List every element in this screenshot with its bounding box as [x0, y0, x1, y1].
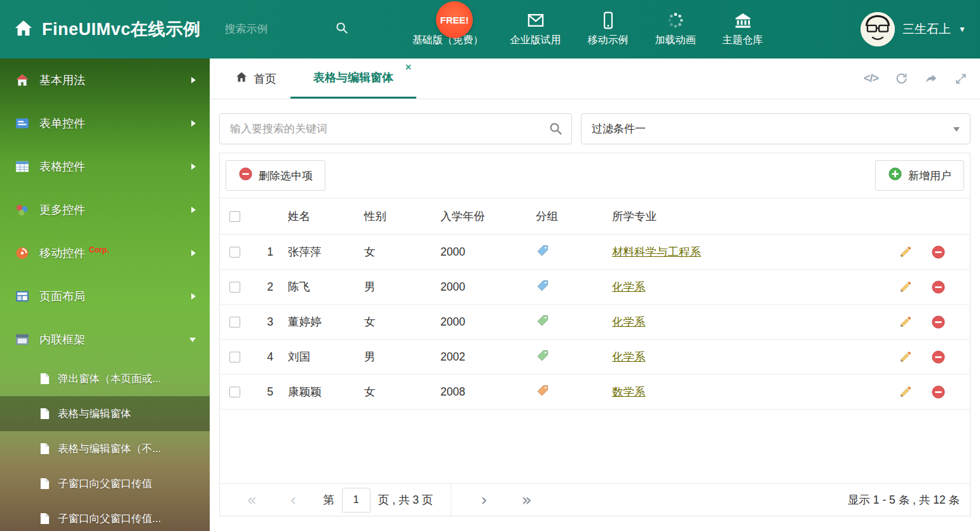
edit-icon[interactable]	[899, 315, 913, 329]
tag-icon	[536, 279, 550, 293]
sidebar-subitem-label: 表格与编辑窗体	[58, 407, 132, 421]
sidebar-subitem-child-to-parent[interactable]: 子窗口向父窗口传值	[0, 466, 210, 501]
pagination-bar: « ‹ 第 页 , 共 3 页 › » 显示 1 - 5 条 , 共 12 条	[220, 483, 970, 516]
column-header-group: 分组	[526, 198, 602, 235]
major-link[interactable]: 数学系	[612, 385, 646, 398]
sidebar-subitem-popup-window[interactable]: 弹出窗体（本页面或...	[0, 361, 210, 396]
tab-home-label: 首页	[254, 71, 276, 86]
share-icon[interactable]	[925, 72, 938, 85]
table-row[interactable]: 4 刘国 男 2002 化学系	[220, 340, 970, 375]
edit-icon[interactable]	[899, 385, 913, 399]
next-page-icon[interactable]: ›	[480, 492, 487, 508]
refresh-icon[interactable]	[895, 72, 908, 85]
page-number-group: 第 页 , 共 3 页	[323, 484, 451, 516]
sidebar-subitem-label: 弹出窗体（本页面或...	[58, 372, 161, 386]
cell-gender: 男	[355, 270, 431, 305]
last-page-icon[interactable]: »	[522, 492, 532, 508]
keyword-search-input[interactable]	[219, 113, 572, 144]
nav-item-label: 移动示例	[588, 34, 629, 47]
table-row[interactable]: 3 董婷婷 女 2000 化学系	[220, 305, 970, 340]
nav-item-mobile-demo[interactable]: 移动示例	[588, 11, 629, 47]
delete-icon[interactable]	[931, 280, 946, 294]
edit-icon[interactable]	[899, 350, 913, 364]
sidebar-subitem-label: 子窗口向父窗口传值	[58, 477, 153, 491]
prev-page-icon[interactable]: ‹	[290, 492, 296, 508]
major-link[interactable]: 化学系	[612, 350, 646, 363]
grid-toolbar: 删除选中项 新增用户	[220, 153, 970, 198]
corp-badge: Corp.	[89, 245, 109, 254]
table-row[interactable]: 5 康颖颖 女 2008 数学系	[220, 375, 970, 410]
tab-home[interactable]: 首页	[221, 59, 290, 99]
sidebar-subitem-label: 子窗口向父窗口传值...	[58, 512, 161, 526]
sidebar-item-form-controls[interactable]: 表单控件	[0, 102, 210, 145]
page-number-input[interactable]	[342, 488, 371, 513]
brand[interactable]: FineUIMvc在线示例	[14, 18, 201, 41]
spinner-icon	[667, 11, 684, 29]
search-icon[interactable]	[335, 21, 349, 38]
table-row[interactable]: 1 张萍萍 女 2000 材料科学与工程系	[220, 235, 970, 270]
sidebar-item-page-layout[interactable]: 页面布局	[0, 275, 210, 318]
sidebar-subitem-grid-edit-window-alt[interactable]: 表格与编辑窗体（不...	[0, 431, 210, 466]
delete-icon[interactable]	[931, 350, 946, 364]
column-header-year: 入学年份	[431, 198, 526, 235]
sidebar: 基本用法 表单控件 表格控件 更多控件	[0, 59, 210, 531]
sidebar-item-more-controls[interactable]: 更多控件	[0, 188, 210, 231]
row-checkbox[interactable]	[229, 352, 240, 362]
source-code-icon[interactable]: </>	[864, 72, 878, 85]
minus-circle-icon	[238, 167, 253, 184]
sidebar-subitem-grid-edit-window[interactable]: 表格与编辑窗体	[0, 396, 210, 431]
row-checkbox[interactable]	[229, 282, 240, 293]
free-badge[interactable]: FREE!	[436, 1, 473, 38]
cell-name: 康颖颖	[278, 375, 355, 410]
edit-icon[interactable]	[899, 280, 913, 294]
file-icon	[39, 513, 50, 525]
major-link[interactable]: 化学系	[612, 280, 646, 293]
chevron-right-icon	[191, 207, 196, 213]
nav-item-enterprise-trial[interactable]: 企业版试用	[510, 11, 561, 47]
table-row[interactable]: 2 陈飞 男 2000 化学系	[220, 270, 970, 305]
sidebar-item-mobile-controls[interactable]: 移动控件 Corp.	[0, 231, 210, 275]
sidebar-item-grid-controls[interactable]: 表格控件	[0, 145, 210, 188]
row-checkbox[interactable]	[229, 317, 240, 328]
major-link[interactable]: 材料科学与工程系	[612, 245, 701, 258]
nav-item-label: 主题仓库	[723, 34, 763, 47]
user-menu[interactable]: 三生石上 ▼	[861, 12, 966, 46]
sidebar-subitem-label: 表格与编辑窗体（不...	[58, 442, 161, 456]
filter-dropdown[interactable]: 过滤条件一	[581, 113, 970, 144]
chevron-right-icon	[191, 250, 196, 256]
sidebar-item-iframe[interactable]: 内联框架	[0, 318, 210, 361]
page-suffix-label: 页 , 共 3 页	[378, 492, 433, 507]
select-all-checkbox[interactable]	[229, 211, 240, 222]
header-search-input[interactable]	[225, 23, 330, 36]
sidebar-subitem-child-to-parent-alt[interactable]: 子窗口向父窗口传值...	[0, 501, 210, 531]
nav-item-loading-animations[interactable]: 加载动画	[655, 11, 696, 47]
first-page-icon[interactable]: «	[247, 492, 257, 508]
top-header: FineUIMvc在线示例 FREE! 基础版（免费） 企业版试用	[0, 0, 980, 59]
row-checkbox[interactable]	[229, 387, 240, 397]
major-link[interactable]: 化学系	[612, 315, 646, 328]
cell-year: 2008	[431, 375, 526, 410]
cell-name: 陈飞	[278, 270, 355, 305]
search-icon[interactable]	[548, 121, 563, 139]
expand-icon[interactable]	[955, 72, 967, 85]
add-user-button[interactable]: 新增用户	[875, 160, 964, 191]
grid-empty-space	[220, 410, 970, 483]
nav-item-label: 加载动画	[655, 34, 696, 47]
delete-icon[interactable]	[931, 245, 946, 259]
row-index: 2	[253, 270, 278, 305]
delete-selected-button[interactable]: 删除选中项	[226, 160, 325, 191]
row-checkbox[interactable]	[229, 247, 240, 258]
chevron-right-icon	[191, 163, 196, 170]
filter-dropdown-value: 过滤条件一	[592, 121, 646, 136]
header-search	[225, 21, 349, 38]
delete-icon[interactable]	[931, 315, 946, 329]
nav-item-theme-store[interactable]: 主题仓库	[723, 11, 763, 47]
sidebar-item-basic-usage[interactable]: 基本用法	[0, 59, 210, 102]
close-icon[interactable]: ×	[405, 62, 411, 72]
edit-icon[interactable]	[899, 245, 913, 259]
column-header-actions	[887, 198, 970, 235]
delete-icon[interactable]	[931, 385, 946, 399]
tab-grid-edit-window[interactable]: 表格与编辑窗体 ×	[290, 59, 416, 99]
cell-gender: 女	[355, 305, 431, 340]
tag-icon	[536, 348, 550, 362]
